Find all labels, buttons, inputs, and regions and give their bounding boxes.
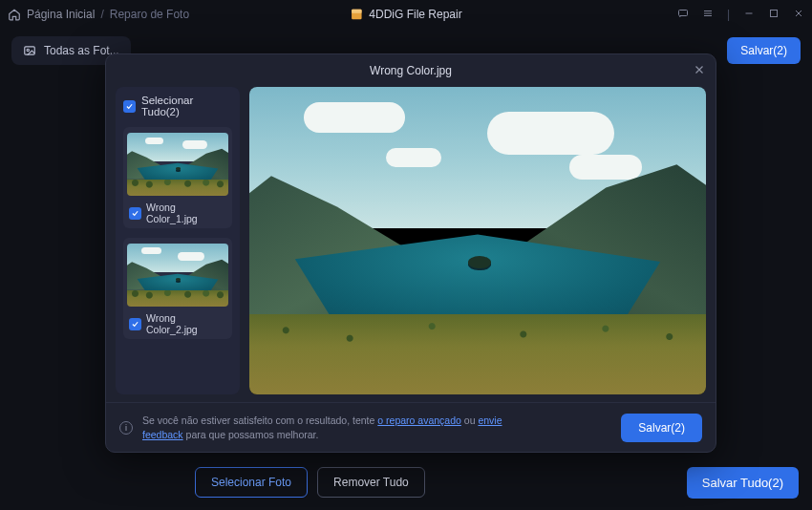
checkbox-checked-icon[interactable]: [129, 318, 141, 330]
checkbox-checked-icon[interactable]: [129, 207, 141, 220]
bottom-toolbar: Selecionar Foto Remover Tudo Salvar Tudo…: [0, 455, 812, 510]
breadcrumb: Página Inicial / Reparo de Foto: [8, 8, 189, 21]
modal-body: Selecionar Tudo(2) Wrong Color_1.jpg: [106, 87, 716, 402]
thumbnail-pane: Selecionar Tudo(2) Wrong Color_1.jpg: [116, 87, 240, 394]
menu-icon[interactable]: [702, 8, 714, 21]
footer-hint: Se você não estiver satisfeito com o res…: [142, 414, 524, 440]
preview-modal: Wrong Color.jpg Selecionar Tudo(2): [105, 53, 716, 453]
thumbnail-card[interactable]: Wrong Color_1.jpg: [123, 127, 232, 228]
image-icon: [23, 44, 36, 57]
svg-point-5: [27, 49, 29, 51]
modal-footer: i Se você não estiver satisfeito com o r…: [106, 402, 716, 452]
thumbnail-row: Wrong Color_2.jpg: [127, 312, 228, 335]
remove-all-button[interactable]: Remover Tudo: [317, 467, 425, 498]
feedback-icon[interactable]: [677, 8, 689, 21]
thumbnail-card[interactable]: Wrong Color_2.jpg: [123, 238, 232, 339]
thumbnail-filename: Wrong Color_1.jpg: [146, 202, 228, 224]
preview-image[interactable]: [249, 87, 706, 394]
thumbnail-image: [127, 133, 228, 196]
breadcrumb-home[interactable]: Página Inicial: [27, 8, 95, 21]
svg-rect-1: [352, 10, 362, 13]
modal-save-button[interactable]: Salvar(2): [621, 414, 702, 442]
select-all-label: Selecionar Tudo(2): [141, 95, 232, 117]
modal-close-icon[interactable]: [693, 63, 706, 76]
breadcrumb-sep: /: [100, 8, 103, 21]
home-icon[interactable]: [8, 8, 21, 21]
checkbox-checked-icon: [123, 100, 136, 113]
select-all-checkbox[interactable]: Selecionar Tudo(2): [123, 95, 232, 117]
save-all-button[interactable]: Salvar Tudo(2): [687, 467, 799, 499]
window-controls: |: [677, 8, 804, 21]
svg-rect-2: [678, 11, 687, 16]
breadcrumb-section[interactable]: Reparo de Foto: [110, 8, 189, 21]
maximize-icon[interactable]: [768, 8, 780, 21]
thumbnail-filename: Wrong Color_2.jpg: [146, 312, 228, 335]
thumbnail-row: Wrong Color_1.jpg: [127, 202, 228, 224]
svg-rect-3: [771, 11, 778, 17]
advanced-repair-link[interactable]: o reparo avançado: [377, 414, 461, 426]
titlebar: Página Inicial / Reparo de Foto 4DDiG Fi…: [0, 0, 812, 29]
modal-title: Wrong Color.jpg: [370, 64, 452, 77]
save-button-top[interactable]: Salvar(2): [727, 37, 801, 64]
app-title: 4DDiG File Repair: [350, 8, 461, 21]
modal-header: Wrong Color.jpg: [106, 54, 716, 87]
minimize-icon[interactable]: [743, 8, 755, 21]
thumbnail-image: [127, 244, 228, 307]
app-title-text: 4DDiG File Repair: [369, 8, 461, 21]
footer-text-mid: ou: [461, 414, 479, 426]
footer-text-post: para que possamos melhorar.: [183, 429, 319, 440]
app-logo-icon: [350, 8, 363, 21]
select-photo-button[interactable]: Selecionar Foto: [195, 467, 308, 498]
footer-text-pre: Se você não estiver satisfeito com o res…: [142, 414, 377, 426]
info-icon: i: [119, 421, 133, 435]
close-icon[interactable]: [793, 8, 804, 21]
